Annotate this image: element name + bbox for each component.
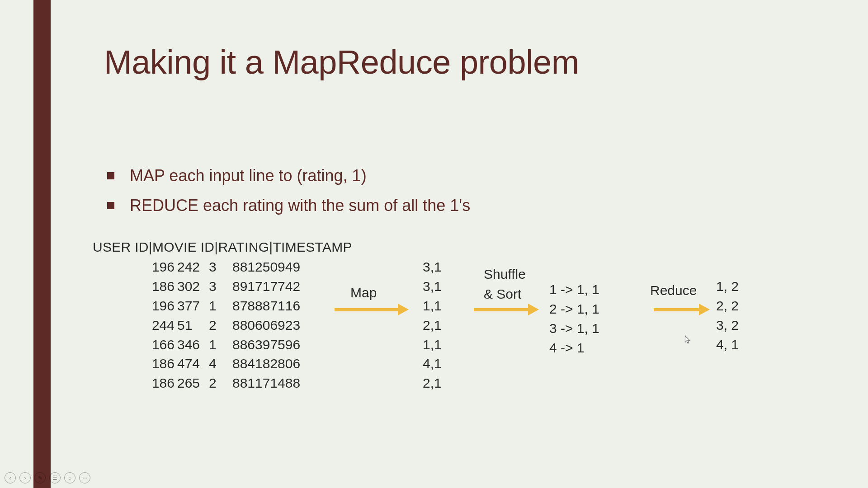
bullet-marker-icon xyxy=(107,172,114,179)
shuffle-label: Shuffle & Sort xyxy=(484,264,538,304)
bullet-item: MAP each input line to (rating, 1) xyxy=(107,166,470,185)
shuffle-output-row: 4 -> 1 xyxy=(549,338,599,358)
map-output-row: 3,1 xyxy=(423,277,442,296)
reduce-output-block: 1, 2 2, 2 3, 2 4, 1 xyxy=(716,277,739,355)
shuffle-output-row: 2 -> 1, 1 xyxy=(549,300,599,319)
prev-slide-button[interactable]: ‹ xyxy=(5,472,16,483)
data-row: 1863023891717742 xyxy=(146,277,314,296)
data-row: 1963771878887116 xyxy=(146,296,314,316)
data-row: 1663461886397596 xyxy=(146,335,314,355)
map-output-row: 2,1 xyxy=(423,316,442,335)
reduce-output-row: 1, 2 xyxy=(716,277,739,296)
next-slide-button[interactable]: › xyxy=(19,472,31,483)
bullet-text: REDUCE each rating with the sum of all t… xyxy=(130,196,470,215)
bullet-marker-icon xyxy=(107,202,114,209)
shuffle-output-block: 1 -> 1, 1 2 -> 1, 1 3 -> 1, 1 4 -> 1 xyxy=(549,280,599,358)
map-output-row: 1,1 xyxy=(423,335,442,355)
data-row: 244512880606923 xyxy=(146,316,314,335)
map-output-row: 1,1 xyxy=(423,296,442,316)
accent-stripe xyxy=(33,0,51,488)
map-output-row: 3,1 xyxy=(423,258,442,277)
data-row: 1864744884182806 xyxy=(146,354,314,374)
map-label: Map xyxy=(350,285,377,300)
reduce-output-row: 2, 2 xyxy=(716,296,739,316)
data-row: 1962423881250949 xyxy=(146,258,314,277)
slide-show-menu-button[interactable]: ☰ xyxy=(49,472,61,483)
reduce-label: Reduce xyxy=(650,283,697,298)
data-row: 1862652881171488 xyxy=(146,374,314,393)
shuffle-output-row: 3 -> 1, 1 xyxy=(549,319,599,338)
reduce-arrow-icon xyxy=(654,304,710,315)
raw-data-block: 1962423881250949 1863023891717742 196377… xyxy=(146,258,314,393)
reduce-output-row: 4, 1 xyxy=(716,335,739,355)
bullet-item: REDUCE each rating with the sum of all t… xyxy=(107,196,470,215)
slide-title: Making it a MapReduce problem xyxy=(104,43,579,81)
data-columns-header: USER ID|MOVIE ID|RATING|TIMESTAMP xyxy=(93,239,352,255)
map-output-block: 3,1 3,1 1,1 2,1 1,1 4,1 2,1 xyxy=(423,258,442,393)
zoom-button[interactable]: ⌕ xyxy=(64,472,75,483)
map-arrow-icon xyxy=(335,304,409,315)
more-options-button[interactable]: ⋯ xyxy=(79,472,90,483)
bullet-text: MAP each input line to (rating, 1) xyxy=(130,166,367,185)
shuffle-arrow-icon xyxy=(474,304,539,315)
pen-tool-button[interactable]: ✎ xyxy=(34,472,46,483)
mouse-cursor-icon xyxy=(684,335,691,344)
slideshow-nav: ‹ › ✎ ☰ ⌕ ⋯ xyxy=(5,472,90,483)
reduce-output-row: 3, 2 xyxy=(716,316,739,335)
shuffle-output-row: 1 -> 1, 1 xyxy=(549,280,599,300)
map-output-row: 2,1 xyxy=(423,374,442,393)
map-output-row: 4,1 xyxy=(423,354,442,374)
bullet-list: MAP each input line to (rating, 1) REDUC… xyxy=(107,166,470,226)
